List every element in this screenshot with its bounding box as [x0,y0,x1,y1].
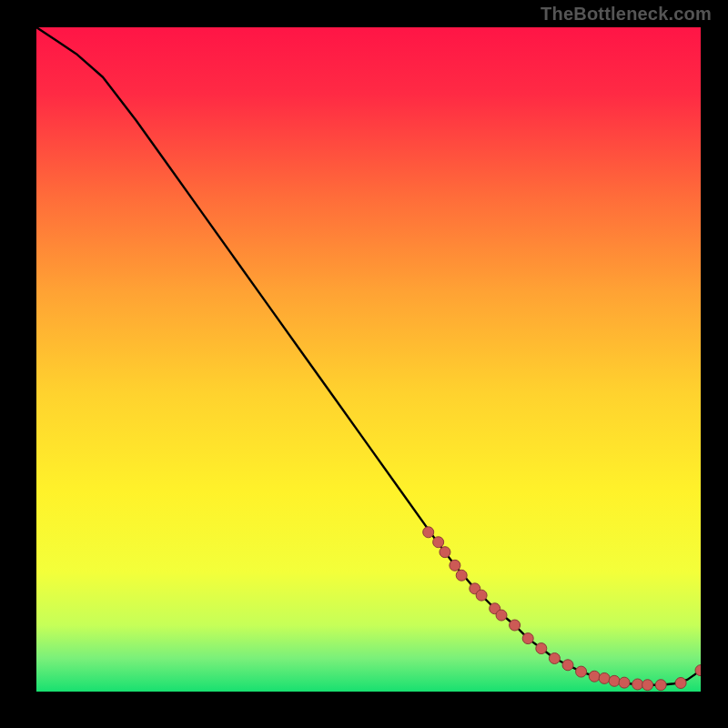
data-marker [423,527,434,538]
data-marker [562,660,573,671]
data-marker [536,643,547,654]
gradient-background [36,27,701,692]
data-marker [576,666,587,677]
watermark-text: TheBottleneck.com [541,4,712,25]
data-marker [510,620,521,631]
data-marker [589,671,600,682]
data-marker [476,590,487,601]
data-marker [599,672,610,683]
chart-stage: TheBottleneck.com [0,0,728,728]
data-marker [619,677,630,688]
data-marker [450,560,460,571]
data-marker [609,675,620,686]
data-marker [655,680,666,691]
data-marker [642,680,653,691]
plot-area [36,27,701,692]
data-marker [522,633,533,644]
data-marker [549,653,560,664]
data-marker [433,537,444,548]
data-marker [456,570,467,581]
data-marker [675,678,686,689]
data-marker [496,610,507,621]
data-marker [632,679,643,690]
data-marker [440,547,450,558]
plot-svg [36,27,701,692]
